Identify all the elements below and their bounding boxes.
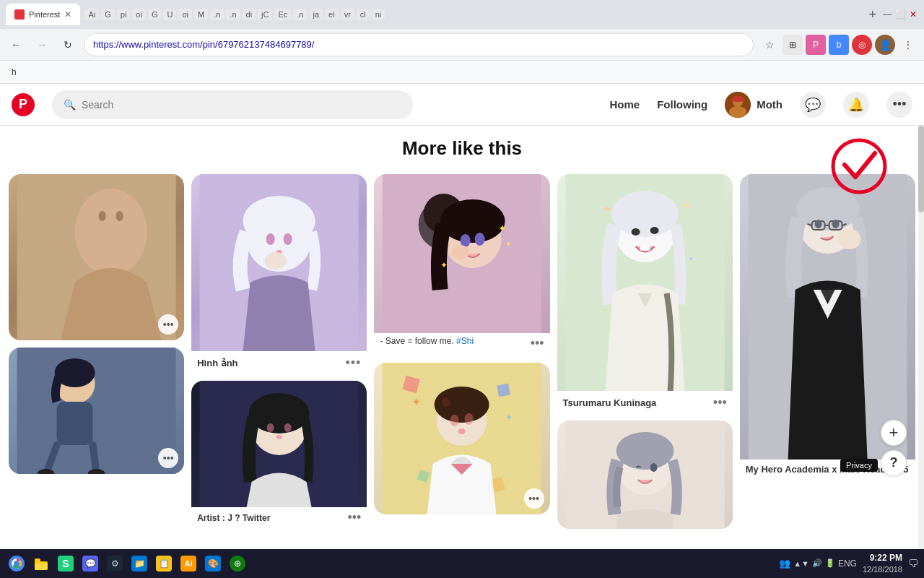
bookmark-tab[interactable]: Ec (274, 9, 291, 20)
back-button[interactable]: ← (6, 35, 26, 55)
scrollbar-track[interactable] (918, 126, 924, 549)
pin-item[interactable]: ✦ ✦ (374, 363, 549, 514)
bookmark-tab[interactable]: di (243, 9, 256, 20)
pin-item[interactable]: ••• (9, 174, 184, 340)
volume-icon[interactable]: 🔊 (812, 558, 822, 568)
pin-desc-area: - Save = follow me. #Shi ••• (374, 333, 549, 355)
pin-item[interactable]: Artist : J ? Twitter ••• (191, 381, 367, 530)
tab-close-button[interactable]: ✕ (64, 9, 71, 20)
add-button[interactable]: + (881, 420, 907, 446)
pin-more-button[interactable]: ••• (158, 314, 178, 335)
svg-text:✦: ✦ (688, 256, 693, 262)
scrollbar-thumb[interactable] (918, 126, 924, 212)
pin-dots-button[interactable]: ••• (345, 355, 361, 371)
svg-point-36 (440, 199, 505, 243)
address-bar-container[interactable] (84, 33, 754, 56)
bookmark-tab[interactable]: ni (372, 9, 385, 20)
people-icon[interactable]: 👥 (779, 558, 790, 569)
bookmark-tab[interactable]: .n (210, 9, 224, 20)
new-tab-button[interactable]: + (866, 7, 879, 22)
active-tab[interactable]: Pinterest ✕ (6, 4, 80, 25)
taskbar-paint-icon[interactable]: 🎨 (202, 553, 224, 574)
pin-item[interactable]: ✦ ✦ ✦ - Save = follow me. #Shi (374, 174, 549, 355)
taskbar-clock[interactable]: 9:22 PM 12/18/2018 (863, 553, 902, 574)
search-bar[interactable]: 🔍 (52, 90, 413, 119)
svg-point-54 (465, 413, 474, 425)
bookmark-h[interactable]: h (6, 65, 22, 79)
svg-point-23 (284, 233, 292, 245)
search-input[interactable] (82, 99, 401, 111)
pin-item[interactable]: Hình ảnh ••• (191, 174, 367, 374)
taskbar-stylus-icon[interactable]: S (55, 553, 77, 574)
bookmark-tab[interactable]: U (163, 9, 176, 20)
help-button[interactable]: ? (881, 450, 907, 476)
maximize-button[interactable]: ⬜ (895, 9, 905, 20)
pin-item[interactable]: ☁ ☁ ✦ Tsurumaru Kuninaga ••• (557, 174, 733, 413)
bookmark-tab[interactable]: pi (117, 9, 131, 20)
pin-dots-button[interactable]: ••• (531, 336, 544, 351)
taskbar-steam-icon[interactable]: ⚙ (104, 553, 126, 574)
svg-point-60 (650, 227, 658, 234)
bookmark-tab[interactable]: oi (178, 9, 192, 20)
taskbar-explorer-icon[interactable]: 📁 (128, 553, 150, 574)
menu-button[interactable]: ⋮ (898, 35, 918, 55)
taskbar-clipboard-icon[interactable]: 📋 (153, 553, 175, 574)
forward-button[interactable]: → (32, 35, 52, 55)
bookmark-tab[interactable]: G (101, 9, 115, 20)
taskbar-chrome-icon[interactable] (6, 553, 27, 574)
bookmark-tab[interactable]: G (148, 9, 162, 20)
bookmark-tab[interactable]: oi (132, 9, 146, 20)
taskbar-left: S 💬 ⚙ 📁 📋 Ai 🎨 (6, 553, 248, 574)
taskbar-files-icon[interactable] (30, 553, 52, 574)
bookmark-tab[interactable]: jC (258, 9, 272, 20)
svg-point-5 (833, 140, 885, 192)
more-button[interactable]: ••• (886, 92, 912, 118)
notifications-button[interactable]: 🔔 (843, 92, 869, 118)
following-nav-link[interactable]: Following (657, 98, 707, 111)
ext-icon-2[interactable]: P (806, 35, 826, 55)
pin-title-area: Artist : J ? Twitter ••• (191, 507, 367, 530)
svg-point-8 (90, 196, 133, 239)
bookmark-tab[interactable]: vr (341, 9, 354, 20)
pin-item[interactable]: ••• (9, 348, 184, 474)
svg-text:☁: ☁ (601, 202, 610, 212)
pin-dots-button[interactable]: ••• (713, 395, 727, 410)
bookmark-tab[interactable]: .n (293, 9, 307, 20)
ext-icon-1[interactable]: ⊞ (783, 35, 803, 55)
pinterest-logo[interactable]: P (12, 93, 35, 116)
pin-item[interactable]: My Hero Academia x Male Reader - 5 + ? P… (740, 174, 915, 482)
pin-more-button[interactable]: ••• (524, 488, 544, 509)
taskbar-discord-icon[interactable]: 💬 (79, 553, 101, 574)
ext-icon-4[interactable]: ◎ (852, 35, 872, 55)
minimize-button[interactable]: — (882, 9, 892, 20)
svg-point-30 (284, 423, 292, 432)
close-button[interactable]: ✕ (908, 9, 918, 20)
pin-more-button[interactable]: ••• (158, 448, 178, 468)
bookmark-tab[interactable]: el (325, 9, 339, 20)
svg-rect-13 (57, 402, 93, 445)
ext-icon-3[interactable]: b (829, 35, 849, 55)
bookmark-star-icon[interactable]: ☆ (759, 35, 780, 55)
pin-title: Hình ảnh (197, 358, 237, 368)
pin-item[interactable] (557, 420, 733, 529)
battery-icon[interactable]: 🔋 (825, 558, 835, 568)
pin-dots-button[interactable]: ••• (347, 510, 361, 525)
notifications-taskbar-icon[interactable]: 🗨 (908, 558, 918, 569)
messages-button[interactable]: 💬 (800, 92, 826, 118)
user-icon[interactable]: 👤 (875, 35, 895, 55)
bookmark-tab[interactable]: Ai (84, 9, 99, 20)
home-nav-link[interactable]: Home (610, 98, 640, 111)
bookmark-tab[interactable]: ja (310, 9, 323, 20)
network-icon[interactable]: ▲▼ (793, 559, 809, 568)
pin-title: Artist : J ? Twitter (197, 513, 270, 523)
bookmark-tab[interactable]: cl (357, 9, 370, 20)
address-bar-input[interactable] (93, 39, 744, 50)
bookmark-tab[interactable]: M (194, 9, 208, 20)
pin-anime-image (191, 174, 367, 351)
pin-link[interactable]: #Shi (456, 336, 474, 346)
taskbar-xbox-icon[interactable]: ⊕ (227, 553, 248, 574)
refresh-button[interactable]: ↻ (58, 35, 78, 55)
taskbar-illustrator-icon[interactable]: Ai (178, 553, 199, 574)
bookmark-tab[interactable]: .n (226, 9, 240, 20)
user-avatar[interactable] (725, 92, 751, 118)
